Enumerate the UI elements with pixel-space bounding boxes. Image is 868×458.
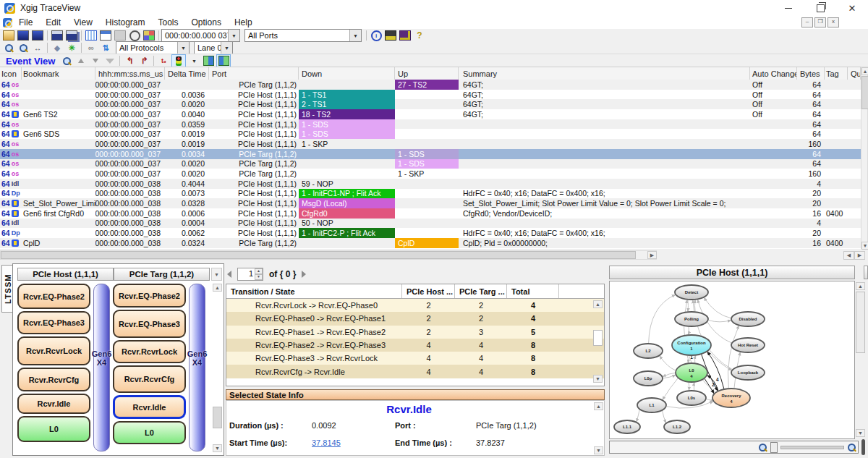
transition-row[interactable]: Rcvr.RcvrLock -> Rcvr.EQ-Phase0224 [226,299,604,312]
traffic-light-icon[interactable] [171,54,186,67]
ports-combobox[interactable]: All Ports ▼ [244,29,362,42]
state-node-l0s[interactable]: L0s [677,391,706,405]
protocols-combobox[interactable]: All Protocols ▼ [116,41,190,54]
diagram-header[interactable]: PCIe Host (1,1,1) [609,266,855,279]
start-time-link[interactable]: 37.8145 [312,438,341,447]
trace-row[interactable]: 64os000:00:00.000_0370.0019PCIe Host (1,… [0,139,861,149]
packet-chip[interactable]: 1 - SDS [299,119,395,130]
ltssm-state-diagram[interactable]: 124DetectPollingDisabledConfiguration1Ho… [610,281,854,438]
ltssm-state-targ[interactable]: L0 [113,421,186,444]
prev-event-icon[interactable] [75,55,88,67]
col-port[interactable]: Port [209,67,299,80]
state-node-l1[interactable]: L1 [637,398,666,412]
transition-vscrollbar[interactable]: ▲ ▼ [593,300,603,383]
packet-chip[interactable]: 1 - InitFC1-NP ; Flit Ack [299,189,395,199]
timer-icon[interactable] [128,30,141,41]
packet-chip[interactable]: 1 - InitFC2-P ; Flit Ack [299,228,395,238]
col-pcie-host[interactable]: PCIe Host ... [402,284,455,298]
close-button[interactable]: ✕ [836,0,868,16]
lane-combobox[interactable]: Lane 0 ▼ [194,41,233,54]
state-node-polling[interactable]: Polling [675,312,708,326]
state-node-l1-1[interactable]: L1.1 [614,420,640,433]
selected-state-scrollbar[interactable]: ▲ ▼ [594,402,603,454]
jump-down-icon[interactable]: ↱ [137,55,150,67]
state-node-l0[interactable]: L04 [676,363,707,382]
menu-histogram[interactable]: Histogram [99,17,152,27]
packet-chip[interactable]: 1 - SDS [299,129,395,139]
ltssm-state-targ[interactable]: Rcvr.RcvrLock [113,340,186,363]
minimize-button[interactable] [773,0,804,16]
trace-hscrollbar[interactable]: ▶ [0,250,657,260]
trace-row[interactable]: 64os000:00:00.000_0370.0020PCIe Targ (1,… [0,159,861,169]
packet-chip[interactable]: 2 - TS1 [299,99,395,109]
trace-row[interactable]: 64os000:00:00.000_0370.0034PCIe Targ (1,… [0,149,861,159]
ltssm-state-host[interactable]: Rcvr.Idle [17,394,90,414]
state-node-l1-2[interactable]: L1.2 [664,420,690,433]
col-down[interactable]: Down [299,67,395,80]
col-auto-change[interactable]: Auto Change [750,67,797,80]
traffic-light-dropdown-icon[interactable]: ▼ [187,55,200,67]
decode-blue-icon[interactable] [216,54,231,67]
ltssm-state-host[interactable]: Rcvr.RcvrLock [17,336,90,365]
ltssm-state-targ[interactable]: Rcvr.RcvrCfg [113,365,186,393]
col-bytes[interactable]: Bytes [797,67,825,80]
state-node-loopback[interactable]: Loopback [731,365,765,380]
chart-view-icon[interactable] [85,30,98,41]
trace-row[interactable]: 64Gen6 SDS000:00:00.000_0370.0019PCIe Ho… [0,129,861,139]
ltssm-state-targ[interactable]: Rcvr.EQ-Phase3 [113,310,186,338]
trace-row[interactable]: 64os000:00:00.000_037PCIe Targ (1,1,2)27… [0,80,861,90]
help-icon[interactable]: ? [413,30,426,41]
next-event-icon[interactable] [89,55,102,67]
col-tag[interactable]: Tag [825,67,848,80]
menu-tools[interactable]: Tools [152,17,185,27]
decode-green-icon[interactable] [202,55,215,67]
expert-view-icon[interactable] [399,30,412,41]
ltssm-targ-header[interactable]: PCIe Targ (1,1,2) [114,268,210,281]
open-recent-icon[interactable] [17,30,30,41]
col-qu[interactable]: Qu [848,67,861,80]
trace-vscrollbar[interactable]: ▲ ▼ [861,67,868,249]
state-node-l0p[interactable]: L0p [634,371,663,386]
packet-chip[interactable]: MsgD (Local) [299,198,395,208]
packet-chip[interactable]: CplD [395,238,459,248]
col-time[interactable]: hhh:mm:ss.ms_us [95,67,165,80]
trace-row[interactable]: 64Dp000:00:00.000_0380.0073PCIe Host (1,… [0,189,861,199]
col-up[interactable]: Up [395,67,459,80]
col-transition-state[interactable]: Transition / State [226,284,402,298]
nav-next-icon[interactable] [302,271,306,278]
trace-row[interactable]: 64Idl000:00:00.000_0380.4044PCIe Host (1… [0,179,861,189]
transition-row[interactable]: Rcvr.EQ-Phase3 -> Rcvr.RcvrLock448 [226,352,604,365]
state-node-disabled[interactable]: Disabled [731,312,765,326]
diagram-vscrollbar[interactable]: ▲ ▼ [856,282,865,438]
restore-button[interactable] [804,0,836,16]
search-binoculars-icon[interactable]: ∞ [85,42,98,54]
trace-row[interactable]: 64os000:00:00.000_0370.0020PCIe Host (1,… [0,99,861,109]
trace-row[interactable]: 64Dp000:00:00.000_0380.0062PCIe Host (1,… [0,228,861,238]
time-info-icon[interactable]: i [370,30,383,41]
zoom-in-icon[interactable] [2,42,15,54]
diagram-zoom-out-icon[interactable] [758,443,767,452]
packet-chip[interactable]: CfgRd0 [299,208,395,219]
ltssm-header-dropdown[interactable]: ▼ [211,268,222,281]
menu-view[interactable]: View [67,17,99,27]
transition-row[interactable]: Rcvr.EQ-Phase0 -> Rcvr.EQ-Phase1224 [226,312,604,325]
transition-row[interactable]: Rcvr.EQ-Phase1 -> Rcvr.EQ-Phase2235 [226,326,604,339]
packet-chip[interactable]: 27 - TS2 [395,80,459,90]
trace-row[interactable]: 64os000:00:00.000_0370.0036PCIe Host (1,… [0,90,861,100]
trace-scroll-corner[interactable]: ◀ ▶ [843,250,865,260]
diagram-zoom-slider-track[interactable] [780,446,844,449]
report-grid-icon[interactable] [142,30,156,41]
zoom-out-icon[interactable] [17,42,30,54]
transition-index-spinner[interactable]: 1 ▲▼ [237,268,263,281]
table-view-icon[interactable] [99,30,112,41]
ltssm-state-host[interactable]: Rcvr.EQ-Phase2 [17,284,90,309]
packet-chip[interactable]: 1 - SDS [395,149,459,159]
mdi-restore-button[interactable]: ❒ [814,17,826,27]
trace-row[interactable]: 64Gen6 first CfgRd0000:00:00.000_0380.00… [0,208,861,219]
ltssm-vscrollbar[interactable]: ▲ ▼ [213,284,222,453]
menu-file[interactable]: File [12,17,39,27]
state-node-detect[interactable]: Detect [675,285,708,300]
packet-chip[interactable]: 18 - TS2 [299,109,395,119]
state-node-recovery[interactable]: Recovery4 [712,389,750,407]
trace-row[interactable]: 64Idl000:00:00.000_0380.0004PCIe Host (1… [0,219,861,229]
